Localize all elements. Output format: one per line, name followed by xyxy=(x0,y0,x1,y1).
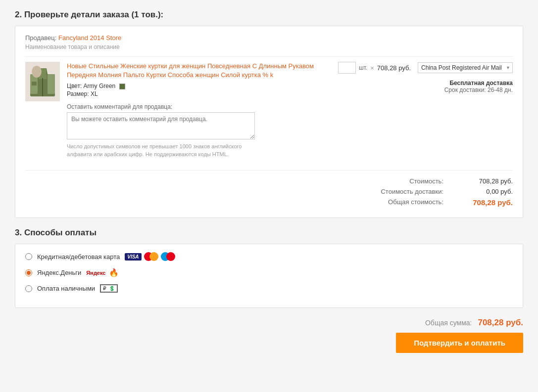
shipping-cost-value: 0,00 руб. xyxy=(463,188,513,195)
svg-rect-6 xyxy=(32,82,37,86)
svg-rect-5 xyxy=(48,74,55,94)
cash-logos: ₽ 💲 xyxy=(100,284,118,293)
qty-price-shipping: 1 шт. × 708,28 руб. China Post Registere… xyxy=(338,62,513,74)
comment-label: Оставить комментарий для продавца: xyxy=(67,103,331,110)
comment-section: Оставить комментарий для продавца: Число… xyxy=(67,103,331,158)
payment-card-label: Кредитная/дебетовая карта xyxy=(37,253,120,261)
multiply-symbol: × xyxy=(370,64,374,72)
section2-title: 2. Проверьте детали заказа (1 тов.): xyxy=(15,10,523,20)
radio-card[interactable] xyxy=(25,253,32,260)
comment-textarea[interactable] xyxy=(67,112,255,139)
maestro-logo xyxy=(161,252,175,261)
payment-yandex-label: Яндекс.Деньги xyxy=(37,269,81,276)
seller-info: Продавец: Fancyland 2014 Store xyxy=(25,34,513,42)
section3-title: 3. Способы оплаты xyxy=(15,228,523,238)
product-title: Новые Стильные Женские куртки для женщин… xyxy=(67,62,331,80)
totals-section: Стоимость: 708,28 руб. Стоимость доставк… xyxy=(25,170,513,207)
footer-total: Общая сумма: 708,28 руб. xyxy=(15,318,523,328)
visa-logo: VISA xyxy=(125,253,141,261)
product-image xyxy=(25,62,60,101)
cost-label: Стоимость: xyxy=(364,177,443,185)
shipping-cost-row: Стоимость доставки: 0,00 руб. xyxy=(25,188,513,195)
payment-option-cash: Оплата наличными ₽ 💲 xyxy=(25,284,513,293)
footer-total-label: Общая сумма: xyxy=(425,319,472,327)
color-swatch xyxy=(119,84,125,89)
svg-point-7 xyxy=(32,66,42,78)
cash-icon: ₽ 💲 xyxy=(100,284,118,293)
free-shipping-label: Бесплатная доставка xyxy=(449,80,513,87)
delivery-time: Срок доставки: 26-48 дн. xyxy=(444,87,513,93)
comment-hint: Число допустимых символов не превышает 1… xyxy=(67,143,255,158)
yandex-logos: Яндекс 🔥 xyxy=(86,268,119,277)
product-row: Новые Стильные Женские куртки для женщин… xyxy=(25,56,513,163)
table-header: Наименование товара и описание xyxy=(25,44,513,50)
footer-total-value: 708,28 руб. xyxy=(478,318,523,328)
quantity-input[interactable]: 1 xyxy=(338,62,356,74)
total-value: 708,28 руб. xyxy=(463,198,513,207)
radio-yandex[interactable] xyxy=(25,269,32,276)
cost-value: 708,28 руб. xyxy=(463,177,513,185)
product-price: 708,28 руб. xyxy=(377,64,411,72)
product-color: Цвет: Army Green xyxy=(67,83,331,89)
payment-cash-label: Оплата наличными xyxy=(37,285,95,292)
mastercard-logo xyxy=(144,252,158,261)
shipping-select-wrap: China Post Registered Air Mail xyxy=(418,62,513,73)
card-logos: VISA xyxy=(125,252,175,261)
product-row-right: 1 шт. × 708,28 руб. China Post Registere… xyxy=(338,62,513,93)
seller-name: Fancyland 2014 Store xyxy=(58,34,121,42)
quantity-price: 1 шт. × 708,28 руб. xyxy=(338,62,411,74)
order-details-card: Продавец: Fancyland 2014 Store Наименова… xyxy=(15,26,523,218)
shipping-select[interactable]: China Post Registered Air Mail xyxy=(418,62,513,73)
cost-row: Стоимость: 708,28 руб. xyxy=(25,177,513,185)
shipping-cost-label: Стоимость доставки: xyxy=(364,188,443,195)
radio-cash[interactable] xyxy=(25,285,32,292)
payment-card: Кредитная/дебетовая карта VISA Яндекс.Де… xyxy=(15,244,523,308)
confirm-button[interactable]: Подтвердить и оплатить xyxy=(396,333,523,353)
seller-label: Продавец: xyxy=(25,34,56,42)
product-size: Размер: XL xyxy=(67,90,331,97)
payment-option-yandex: Яндекс.Деньги Яндекс 🔥 xyxy=(25,268,513,277)
payment-option-card: Кредитная/дебетовая карта VISA xyxy=(25,252,513,261)
product-details: Новые Стильные Женские куртки для женщин… xyxy=(67,62,331,158)
total-label: Общая стоимость: xyxy=(364,198,443,207)
total-row: Общая стоимость: 708,28 руб. xyxy=(25,198,513,207)
yandex-icon: 🔥 xyxy=(109,268,119,277)
unit-label: шт. xyxy=(359,64,367,71)
yandex-logo: Яндекс xyxy=(86,270,105,276)
